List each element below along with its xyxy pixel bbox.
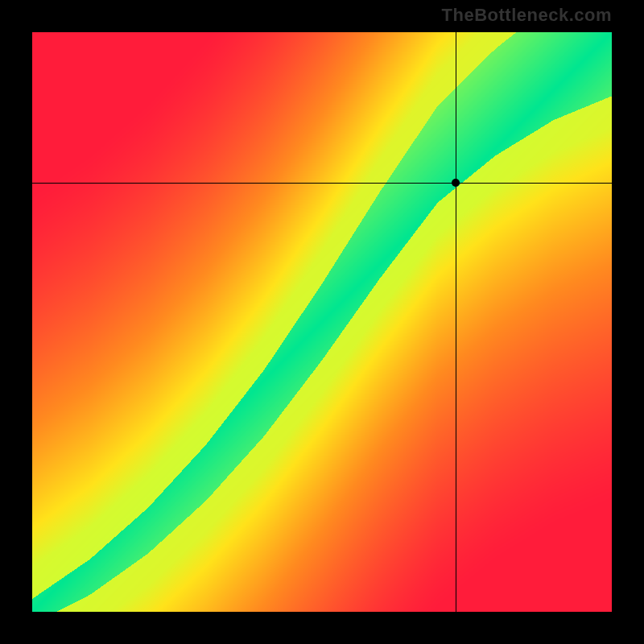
chart-frame: TheBottleneck.com — [0, 0, 644, 644]
watermark-label: TheBottleneck.com — [442, 5, 612, 26]
heatmap-plot — [32, 32, 612, 612]
heatmap-canvas — [32, 32, 612, 612]
